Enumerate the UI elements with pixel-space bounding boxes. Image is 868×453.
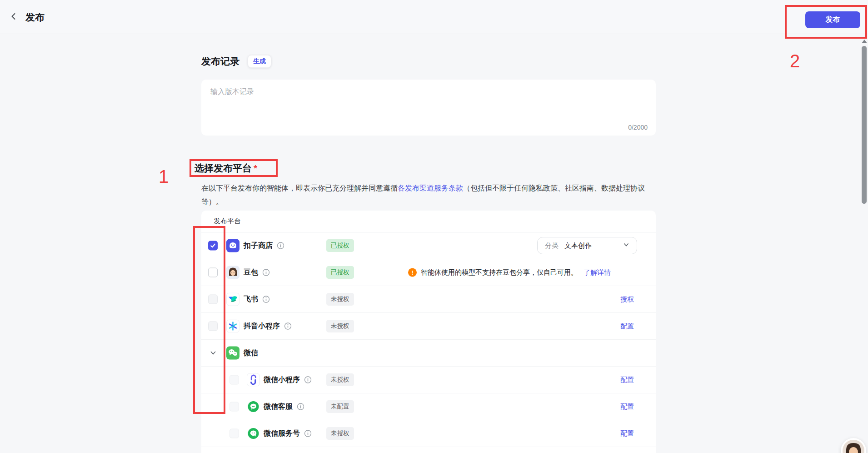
release-notes-box: 0/2000 [201,80,656,136]
chevron-left-icon [10,12,18,22]
table-row: 微信小程序 未授权 配置 [201,367,656,393]
configure-link[interactable]: 配置 [620,403,634,411]
chevron-down-icon [623,242,629,250]
info-icon[interactable] [304,430,312,438]
doubao-icon [226,266,239,279]
release-notes-input[interactable] [201,80,656,121]
generate-button[interactable]: 生成 [248,55,271,68]
configure-link[interactable]: 配置 [620,429,634,438]
platform-name: 微信小程序 [264,375,300,385]
wechat-service-icon [247,427,260,440]
configure-link[interactable]: 配置 [620,322,634,331]
status-badge: 未授权 [326,373,354,386]
douyin-miniprogram-icon [226,320,239,333]
back-button[interactable] [7,11,20,24]
info-icon[interactable] [262,269,270,277]
wechat-service-checkbox[interactable] [229,429,239,438]
wechat-miniprogram-checkbox[interactable] [229,375,239,385]
table-row: 豆包 已授权 ! 智能体使用的模型不支持在豆包分享，仅自己可用。 了解详情 [201,259,656,286]
category-select[interactable]: 分类 文本创作 [537,237,637,254]
page-header: 发布 发布 [0,0,868,34]
table-header: 发布平台 [201,211,656,232]
category-value: 文本创作 [564,242,617,250]
status-badge: 未授权 [326,320,354,332]
wechat-miniprogram-icon [247,373,260,387]
release-notes-header: 发布记录 生成 [201,55,271,68]
platform-name: 微信 [244,348,258,358]
platform-description: 在以下平台发布你的智能体，即表示你已充分理解并同意遵循各发布渠道服务条款（包括但… [201,181,657,209]
feishu-checkbox[interactable] [208,295,218,304]
coze-store-checkbox[interactable] [208,241,218,251]
platform-heading-text: 选择发布平台 [195,163,252,173]
status-badge: 未授权 [326,293,354,306]
coze-store-icon [226,239,239,252]
wechat-kefu-checkbox[interactable] [229,402,239,412]
doubao-checkbox[interactable] [208,268,218,277]
scrollbar-thumb[interactable] [862,46,867,204]
table-row: 微信服务号 未授权 配置 [201,420,656,447]
status-badge: 已授权 [326,266,354,279]
platform-name: 飞书 [244,295,258,304]
wechat-kefu-icon [247,400,260,413]
table-row: 扣子商店 已授权 分类 文本创作 [201,232,656,259]
learn-more-link[interactable]: 了解详情 [584,268,611,277]
info-icon[interactable] [262,296,270,303]
info-icon[interactable] [284,322,292,330]
required-asterisk: * [254,163,257,173]
platform-name: 抖音小程序 [244,322,280,331]
platform-table: 发布平台 扣子商店 已授权 分类 文本创作 [201,211,656,453]
description-before: 在以下平台发布你的智能体，即表示你已充分理解并同意遵循 [201,184,398,192]
info-icon[interactable] [304,376,312,384]
collapse-toggle[interactable] [207,347,219,359]
terms-link[interactable]: 各发布渠道服务条款 [398,184,463,192]
platform-name: 扣子商店 [244,241,273,251]
annotation-number-2: 2 [790,51,800,71]
authorize-link[interactable]: 授权 [620,295,634,304]
annotation-number-1: 1 [159,166,169,187]
char-counter: 0/2000 [628,124,648,131]
category-label: 分类 [545,242,559,250]
status-badge: 已授权 [326,239,354,252]
avatar-image [843,440,864,453]
platform-name: 微信服务号 [264,429,300,438]
wechat-icon [226,347,239,360]
table-row: 抖音小程序 未授权 配置 [201,313,656,340]
scroll-up-arrow-icon[interactable] [862,40,867,43]
publish-button[interactable]: 发布 [805,11,860,28]
platform-name: 豆包 [244,268,258,277]
table-group-row: 微信 [201,340,656,367]
platform-section-heading: 选择发布平台* [195,162,257,175]
warning-text: 智能体使用的模型不支持在豆包分享，仅自己可用。 [421,268,578,277]
platform-name: 微信客服 [264,402,293,412]
scrollbar [860,35,868,453]
info-icon[interactable] [297,403,304,411]
table-row: 微信客服 未配置 配置 [201,393,656,420]
configure-link[interactable]: 配置 [620,376,634,384]
warning-message: ! 智能体使用的模型不支持在豆包分享，仅自己可用。 了解详情 [408,268,611,277]
page-title: 发布 [25,11,45,24]
status-badge: 未授权 [326,427,354,440]
douyin-miniprogram-checkbox[interactable] [208,322,218,331]
publish-page: 发布 发布 发布记录 生成 0/2000 选择发布平台* 在以下平台发布你的智能… [0,0,868,453]
info-icon[interactable] [277,242,284,250]
release-notes-heading: 发布记录 [201,55,239,68]
warning-icon: ! [408,268,417,277]
table-row: 飞书 未授权 授权 [201,286,656,313]
status-badge: 未配置 [326,400,354,413]
feishu-icon [226,293,239,306]
